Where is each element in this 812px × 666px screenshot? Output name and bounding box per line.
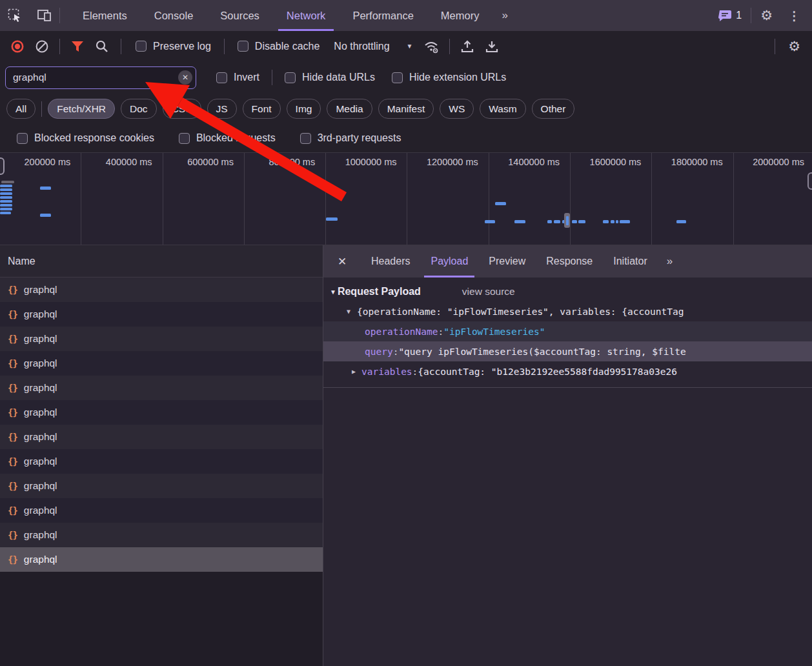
details-tab-payload[interactable]: Payload [420, 245, 478, 278]
payload-root-node[interactable]: ▼ {operationName: "ipFlowTimeseries", va… [323, 301, 812, 321]
network-overview-timeline[interactable]: 200000 ms400000 ms600000 ms800000 ms1000… [0, 152, 812, 245]
chip-font[interactable]: Font [243, 99, 281, 119]
filter-funnel-icon[interactable] [65, 35, 90, 57]
tab-performance[interactable]: Performance [339, 0, 427, 31]
3rd-party-requests-toggle[interactable]: 3rd-party requests [292, 132, 409, 144]
checkbox[interactable] [17, 133, 28, 144]
chip-all[interactable]: All [6, 99, 36, 119]
colon: : [412, 367, 418, 377]
request-name: graphql [24, 308, 57, 320]
issues-counter[interactable]: 1 [712, 10, 748, 22]
hide-extension-urls-checkbox[interactable] [392, 72, 403, 83]
tab-console[interactable]: Console [141, 0, 207, 31]
chip-fetch-xhr[interactable]: Fetch/XHR [48, 99, 115, 119]
clear-filter-icon[interactable]: ✕ [178, 70, 192, 85]
timeline-tick: 1600000 ms [571, 153, 652, 245]
details-more-tabs-icon[interactable]: » [658, 245, 680, 278]
request-name: graphql [24, 505, 57, 516]
request-row[interactable]: {}graphql [0, 449, 323, 474]
timeline-tick: 1000000 ms [326, 153, 407, 245]
tab-sources[interactable]: Sources [207, 0, 273, 31]
divider [323, 381, 812, 388]
request-row[interactable]: {}graphql [0, 400, 323, 425]
request-row[interactable]: {}graphql [0, 351, 323, 376]
tab-memory[interactable]: Memory [427, 0, 493, 31]
request-row[interactable]: {}graphql [0, 547, 323, 572]
issues-count: 1 [736, 10, 742, 21]
throttling-dropdown[interactable]: No throttling ▼ [327, 41, 419, 52]
payload-property-operationName[interactable]: operationName: "ipFlowTimeseries" [323, 321, 812, 341]
chip-js[interactable]: JS [207, 99, 237, 119]
expanded-triangle-icon[interactable]: ▼ [347, 308, 350, 315]
clear-network-log-icon[interactable] [30, 35, 54, 57]
checkbox-label: Blocked response cookies [34, 132, 154, 144]
request-name: graphql [24, 529, 57, 541]
chip-manifest[interactable]: Manifest [378, 99, 434, 119]
invert-checkbox[interactable] [216, 72, 227, 83]
inspect-element-icon[interactable] [0, 0, 30, 31]
disable-cache-toggle[interactable]: Disable cache [230, 41, 328, 52]
chip-img[interactable]: Img [287, 99, 321, 119]
tab-network[interactable]: Network [273, 0, 340, 31]
request-row[interactable]: {}graphql [0, 327, 323, 351]
hide-data-urls-toggle[interactable]: Hide data URLs [276, 72, 383, 83]
disable-cache-checkbox[interactable] [238, 41, 249, 52]
chip-css[interactable]: CSS [163, 99, 201, 119]
chip-wasm[interactable]: Wasm [480, 99, 525, 119]
hide-extension-urls-toggle[interactable]: Hide extension URLs [383, 72, 514, 83]
search-icon[interactable] [90, 35, 114, 57]
chip-ws[interactable]: WS [440, 99, 474, 119]
close-details-icon[interactable]: ✕ [323, 245, 361, 278]
request-row[interactable]: {}graphql [0, 523, 323, 547]
checkbox[interactable] [300, 133, 311, 144]
timeline-tick: 600000 ms [163, 153, 245, 245]
blocked-response-cookies-toggle[interactable]: Blocked response cookies [9, 132, 162, 144]
request-row[interactable]: {}graphql [0, 474, 323, 498]
chip-media[interactable]: Media [327, 99, 372, 119]
details-tab-response[interactable]: Response [536, 245, 603, 278]
chip-doc[interactable]: Doc [121, 99, 157, 119]
collapse-triangle-icon[interactable]: ▼ [330, 288, 336, 296]
more-tabs-icon[interactable]: » [492, 0, 515, 31]
request-row[interactable]: {}graphql [0, 425, 323, 449]
preserve-log-toggle[interactable]: Preserve log [128, 41, 219, 52]
tab-elements[interactable]: Elements [69, 0, 141, 31]
import-har-icon[interactable] [455, 35, 480, 57]
details-tab-headers[interactable]: Headers [361, 245, 420, 278]
json-braces-icon: {} [8, 358, 17, 368]
json-braces-icon: {} [8, 309, 17, 319]
chip-other[interactable]: Other [532, 99, 575, 119]
kebab-menu-icon[interactable]: ⋮ [782, 8, 807, 23]
property-key: query [365, 347, 393, 357]
timeline-tick: 1400000 ms [489, 153, 571, 245]
payload-property-query[interactable]: query: "query ipFlowTimeseries($accountT… [323, 341, 812, 361]
checkbox[interactable] [179, 133, 190, 144]
record-network-log-button[interactable] [5, 35, 30, 57]
payload-property-variables[interactable]: ▶variables: {accountTag: "b12e3b2192ee55… [323, 361, 812, 381]
blocked-requests-toggle[interactable]: Blocked requests [171, 132, 283, 144]
view-source-link[interactable]: view source [462, 286, 515, 298]
network-conditions-icon[interactable] [420, 35, 444, 57]
invert-toggle[interactable]: Invert [208, 72, 268, 83]
request-row[interactable]: {}graphql [0, 376, 323, 400]
request-rows: {}graphql{}graphql{}graphql{}graphql{}gr… [0, 278, 323, 572]
colon: : [438, 327, 444, 337]
hide-data-urls-checkbox[interactable] [285, 72, 296, 83]
request-row[interactable]: {}graphql [0, 498, 323, 523]
settings-gear-icon[interactable]: ⚙ [754, 8, 779, 23]
divider [41, 101, 42, 117]
collapsed-triangle-icon[interactable]: ▶ [352, 368, 356, 375]
details-tab-preview[interactable]: Preview [478, 245, 536, 278]
device-toolbar-icon[interactable] [30, 0, 59, 31]
request-row[interactable]: {}graphql [0, 278, 323, 302]
filter-input[interactable]: graphql ✕ [5, 66, 196, 89]
overview-right-handle[interactable] [807, 172, 812, 190]
export-har-icon[interactable] [480, 35, 504, 57]
request-row[interactable]: {}graphql [0, 302, 323, 327]
overview-left-handle[interactable] [0, 157, 5, 175]
network-settings-gear-icon[interactable]: ⚙ [782, 39, 807, 54]
request-timing-bar [676, 220, 686, 223]
details-tab-initiator[interactable]: Initiator [603, 245, 657, 278]
preserve-log-checkbox[interactable] [136, 41, 147, 52]
name-column-header[interactable]: Name [0, 245, 323, 278]
